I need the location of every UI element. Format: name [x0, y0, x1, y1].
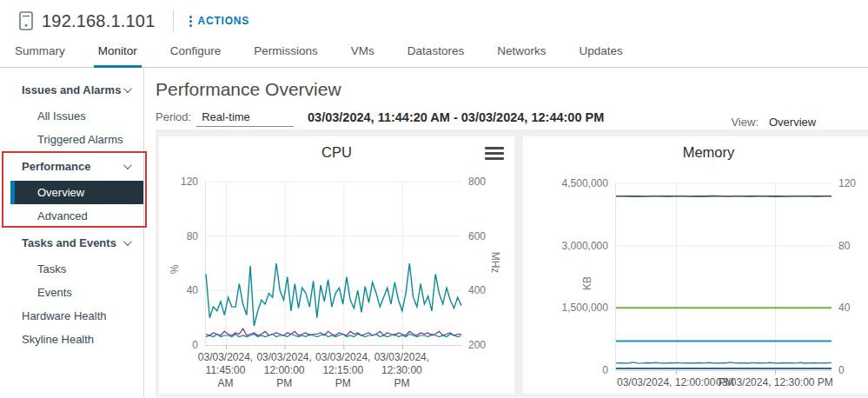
tab-configure[interactable]: Configure [166, 44, 226, 68]
date-range-text: 03/03/2024, 11:44:20 AM - 03/03/2024, 12… [308, 110, 604, 124]
sidebar-item-overview[interactable]: Overview [10, 181, 143, 204]
sidebar-item-label: Tasks and Events [22, 236, 116, 249]
tab-vms[interactable]: VMs [347, 44, 379, 68]
chevron-down-icon [123, 84, 132, 93]
series-cpu-usage-percent [206, 263, 461, 326]
tab-permissions[interactable]: Permissions [249, 44, 322, 68]
axis-tick-label: 03/03/2024, 12:30:00 PM [716, 376, 833, 389]
chevron-down-icon [123, 237, 132, 246]
sidebar-item-triggered-alarms[interactable]: Triggered Alarms [10, 128, 143, 151]
sidebar-item-label: All Issues [37, 109, 86, 123]
axis-tick-label: 80 [838, 240, 868, 252]
axis-tick-label: 1,500,000 [530, 302, 608, 314]
hamburger-menu-icon[interactable] [485, 147, 504, 163]
chart-controls-row: Period: Real-time 03/03/2024, 11:44:20 A… [156, 110, 868, 129]
sidebar-item-label: Performance [22, 160, 90, 173]
axis-tick-label: 4,500,000 [530, 177, 608, 189]
tab-monitor[interactable]: Monitor [94, 44, 142, 68]
sidebar-item-all-issues[interactable]: All Issues [10, 104, 143, 128]
tab-summary[interactable]: Summary [10, 44, 70, 68]
host-icon [19, 11, 33, 30]
sidebar-item-label: Hardware Health [22, 309, 107, 322]
actions-button[interactable]: ACTIONS [189, 15, 250, 27]
axis-tick-label: 40 [838, 302, 868, 314]
axis-tick-label: 0 [838, 364, 868, 376]
charts-region: CPU 1208040080060040020003/03/2024, 11:4… [156, 129, 868, 397]
cpu-chart-title: CPU [159, 136, 514, 161]
sidebar-item-tasks[interactable]: Tasks [10, 257, 143, 281]
y-axis-label-right: MHz [489, 252, 501, 274]
cpu-chart-card: CPU 1208040080060040020003/03/2024, 11:4… [159, 136, 514, 394]
y-axis-label-left: KB [581, 275, 593, 289]
sidebar-item-label: Overview [37, 186, 84, 199]
axis-tick-label: 03/03/2024, 12:30:00 PM [364, 351, 439, 390]
sidebar-item-label: Events [37, 286, 72, 299]
period-dropdown[interactable]: Real-time [196, 110, 294, 127]
axis-tick-label: 0 [530, 364, 608, 376]
memory-chart-card: Memory 4,500,0003,000,0001,500,000012080… [523, 136, 868, 394]
monitor-sidebar: Issues and AlarmsAll IssuesTriggered Ala… [0, 68, 144, 397]
tab-updates[interactable]: Updates [574, 44, 626, 68]
tab-networks[interactable]: Networks [493, 44, 550, 68]
tab-datastores[interactable]: Datastores [403, 44, 468, 68]
axis-tick-label: 200 [468, 339, 520, 351]
vertical-ellipsis-icon [189, 16, 192, 27]
axis-tick-label: 600 [468, 230, 520, 242]
sidebar-item-hardware-health[interactable]: Hardware Health [0, 304, 143, 328]
axis-tick-label: 400 [468, 284, 520, 296]
sidebar-item-label: Skyline Health [22, 333, 94, 346]
sidebar-item-label: Advanced [37, 209, 88, 222]
memory-chart-canvas [615, 183, 832, 371]
sidebar-item-tasks-and-events[interactable]: Tasks and Events [0, 228, 143, 257]
chevron-down-icon [123, 161, 132, 169]
main-content: Performance Overview Period: Real-time 0… [144, 68, 868, 397]
cpu-chart-canvas [205, 182, 461, 346]
sidebar-item-performance[interactable]: Performance [0, 151, 143, 181]
section-title: Performance Overview [144, 68, 868, 100]
period-label: Period: [156, 110, 191, 123]
sidebar-item-label: Triggered Alarms [37, 133, 123, 146]
series-cpu-line-purple [206, 328, 461, 335]
object-header: 192.168.1.101 ACTIONS [0, 0, 868, 42]
axis-tick-label: 120 [838, 177, 868, 189]
tab-bar: SummaryMonitorConfigurePermissionsVMsDat… [0, 42, 868, 68]
sidebar-item-events[interactable]: Events [10, 281, 143, 304]
sidebar-item-skyline-health[interactable]: Skyline Health [0, 328, 143, 351]
axis-tick-label: 800 [468, 176, 520, 188]
view-label: View: [731, 116, 759, 129]
axis-tick-label: 3,000,000 [530, 240, 608, 252]
sidebar-item-label: Tasks [37, 262, 66, 275]
y-axis-label-left: % [169, 265, 181, 275]
page-title: 192.168.1.101 [42, 11, 156, 31]
sidebar-item-advanced[interactable]: Advanced [10, 204, 143, 228]
sidebar-item-issues-and-alarms[interactable]: Issues and Alarms [0, 75, 143, 104]
divider [173, 10, 174, 32]
series-memory-line-blue-wavy [616, 362, 832, 363]
memory-chart-title: Memory [523, 136, 868, 161]
sidebar-item-label: Issues and Alarms [22, 83, 121, 96]
